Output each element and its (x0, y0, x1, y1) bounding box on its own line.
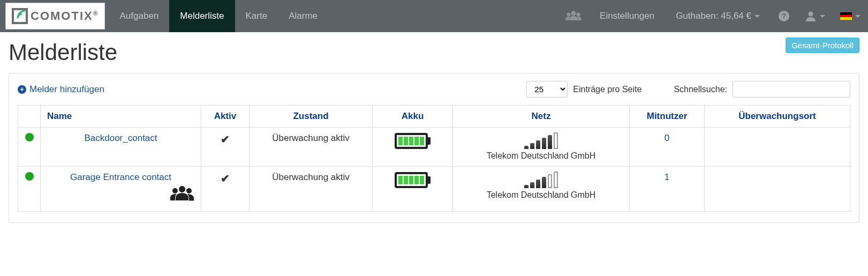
nav-language[interactable] (833, 0, 868, 32)
nav-account[interactable] (797, 0, 833, 32)
nav-einstellungen[interactable]: Einstellungen (589, 0, 665, 32)
provider-text: Telekom Deutschland GmbH (487, 151, 596, 161)
table-row: Backdoor_contact✔Überwachung aktivTeleko… (18, 128, 850, 167)
mitnutzer-link[interactable]: 0 (665, 133, 669, 143)
svg-point-1 (571, 11, 576, 16)
svg-point-9 (186, 188, 192, 193)
add-melder-link[interactable]: + Melder hinzufügen (18, 84, 104, 95)
help-icon: ? (778, 10, 790, 22)
check-icon: ✔ (221, 133, 230, 145)
zustand-text: Überwachung aktiv (272, 133, 350, 143)
panel: + Melder hinzufügen 25 Einträge pro Seit… (9, 73, 859, 223)
add-melder-label: Melder hinzufügen (29, 84, 104, 95)
caret-icon (754, 15, 760, 18)
col-zustand[interactable]: Zustand (250, 106, 373, 128)
brand-logo[interactable]: COMOTIX® (5, 3, 105, 29)
nav-karte[interactable]: Karte (235, 0, 278, 32)
col-name[interactable]: Name (41, 106, 201, 128)
status-dot (25, 172, 34, 181)
signal-icon (524, 172, 558, 188)
nav-users-icon[interactable] (558, 0, 589, 32)
battery-icon (395, 172, 431, 188)
quicksearch-input[interactable] (733, 81, 850, 98)
nav-melderliste[interactable]: Melderliste (169, 0, 235, 32)
caret-icon (855, 15, 861, 18)
zustand-text: Überwachung aktiv (272, 172, 350, 182)
col-akku[interactable]: Akku (373, 106, 453, 128)
table-row: Garage Entrance contact✔Überwachung akti… (18, 167, 850, 212)
per-page-label: Einträge pro Seite (573, 85, 641, 94)
svg-point-3 (577, 13, 580, 17)
plus-circle-icon: + (18, 85, 26, 94)
col-netz[interactable]: Netz (453, 106, 630, 128)
melder-name-link[interactable]: Garage Entrance contact (70, 172, 171, 182)
nav-aufgaben[interactable]: Aufgaben (109, 0, 170, 32)
nav-guthaben[interactable]: Guthaben: 45,64 € (665, 0, 771, 32)
quicksearch-label: Schnellsuche: (674, 85, 727, 94)
battery-icon (395, 133, 431, 149)
brand-name: COMOTIX® (31, 9, 99, 23)
melder-table: Name Aktiv Zustand Akku Netz Mitnutzer Ü… (18, 105, 850, 212)
logo-icon (11, 8, 28, 25)
gesamt-protokoll-button[interactable]: Gesamt-Protokoll (786, 38, 859, 53)
status-dot (25, 133, 34, 141)
shared-users-icon (170, 185, 194, 203)
page-title: Melderliste (9, 40, 117, 65)
signal-icon (524, 133, 558, 149)
col-aktiv[interactable]: Aktiv (201, 106, 250, 128)
svg-point-2 (567, 13, 571, 17)
user-icon (805, 10, 817, 22)
col-mitnutzer[interactable]: Mitnutzer (630, 106, 705, 128)
svg-point-8 (172, 188, 178, 193)
users-icon (565, 10, 582, 22)
mitnutzer-link[interactable]: 1 (665, 172, 669, 182)
provider-text: Telekom Deutschland GmbH (487, 190, 596, 200)
svg-point-7 (179, 186, 185, 192)
col-ort[interactable]: Überwachungsort (705, 106, 850, 128)
col-status (18, 106, 41, 128)
caret-icon (820, 15, 825, 18)
svg-point-6 (809, 12, 813, 17)
nav-alarme[interactable]: Alarme (278, 0, 328, 32)
melder-name-link[interactable]: Backdoor_contact (84, 133, 157, 143)
check-icon: ✔ (221, 173, 230, 184)
nav-help[interactable]: ? (771, 0, 797, 32)
page-size-select[interactable]: 25 (526, 81, 568, 98)
flag-de-icon (840, 12, 852, 20)
svg-text:?: ? (782, 12, 787, 20)
navbar: COMOTIX® Aufgaben Melderliste Karte Alar… (0, 0, 868, 32)
